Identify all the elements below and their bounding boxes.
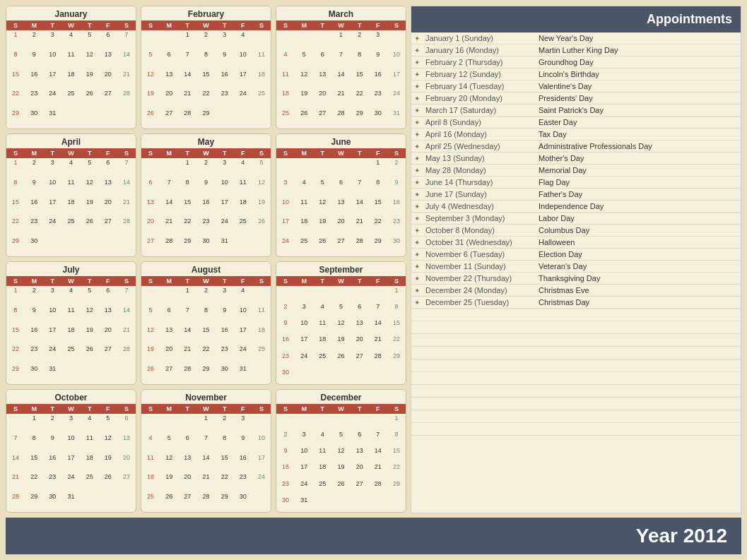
day-header-label: M	[160, 20, 178, 30]
day-cell: 8	[25, 434, 43, 453]
appointment-holiday: Christmas Day	[536, 297, 741, 309]
day-cell: 8	[387, 302, 406, 318]
day-cell: 27	[313, 109, 331, 129]
day-header-label: T	[81, 148, 99, 158]
day-cell: 29	[178, 237, 196, 256]
appointment-diamond: ✦	[411, 261, 423, 273]
day-cell: 3	[43, 158, 61, 178]
day-cell: 29	[6, 364, 25, 384]
appointment-diamond: ✦	[411, 213, 423, 225]
day-header-label: S	[6, 148, 25, 158]
calendar-month-march: MarchSMTWTFS1234567891011121314151617181…	[276, 6, 406, 129]
day-cell: 10	[61, 434, 80, 453]
day-cell: 28	[369, 352, 387, 368]
day-cell: 13	[99, 50, 117, 70]
appointment-row: ✦July 4 (Wednesday)Independence Day	[411, 201, 741, 213]
appointment-diamond: ✦	[411, 129, 423, 141]
calendar-month-november: NovemberSMTWTFS1234567891011121314151617…	[141, 389, 271, 513]
appointment-date: January 1 (Sunday)	[423, 32, 536, 44]
day-cell: 14	[160, 198, 178, 218]
day-cell: 25	[61, 217, 80, 237]
day-cell: 22	[196, 89, 215, 109]
day-cell: 13	[178, 453, 196, 473]
calendar-month-september: SeptemberSMTWTFS123456789101112131415161…	[276, 261, 406, 385]
day-cell: 19	[313, 217, 331, 237]
day-cell: 10	[234, 306, 252, 326]
day-cell: 27	[99, 345, 117, 364]
day-cell	[61, 109, 80, 129]
day-cell: 24	[234, 345, 252, 364]
day-header-label: T	[43, 276, 61, 286]
day-cell: 13	[99, 306, 117, 326]
day-cell: 19	[141, 89, 160, 109]
appointment-empty-row	[411, 359, 741, 372]
day-header-label: M	[25, 404, 43, 414]
day-header-label: T	[216, 20, 234, 30]
appointment-row: ✦February 14 (Tuesday)Valentine's Day	[411, 81, 741, 93]
day-header-label: W	[196, 404, 215, 414]
day-cell: 22	[6, 89, 25, 109]
appointment-date: July 4 (Wednesday)	[423, 201, 536, 213]
day-cell: 29	[196, 364, 215, 384]
appointment-row: ✦March 17 (Saturday)Saint Patrick's Day	[411, 105, 741, 117]
day-cell: 4	[61, 30, 80, 50]
day-cell: 30	[216, 364, 234, 384]
day-cell: 19	[252, 198, 271, 218]
day-header-label: M	[295, 404, 313, 414]
days-grid-june: 1234567891011121314151617181920212223242…	[276, 158, 406, 256]
day-cell: 7	[117, 286, 136, 306]
day-cell: 27	[160, 364, 178, 384]
day-header-label: T	[81, 276, 99, 286]
appointment-date: November 22 (Thursday)	[423, 273, 536, 285]
day-cell: 14	[178, 326, 196, 345]
day-cell: 15	[6, 326, 25, 345]
day-cell: 28	[331, 109, 350, 129]
day-header-label: S	[276, 148, 295, 158]
day-header-label: S	[117, 404, 136, 414]
day-cell: 20	[99, 198, 117, 218]
day-cell: 20	[331, 217, 350, 237]
day-cell: 13	[351, 446, 369, 463]
day-cell: 21	[351, 217, 369, 237]
appointment-row: ✦April 25 (Wednesday)Administrative Prof…	[411, 141, 741, 153]
day-cell: 25	[313, 352, 331, 368]
day-header-label: M	[160, 404, 178, 414]
day-cell: 3	[43, 30, 61, 50]
appointment-holiday: New Year's Day	[536, 32, 741, 44]
day-cell: 21	[117, 326, 136, 345]
day-cell: 6	[141, 178, 160, 198]
day-header-label: S	[117, 276, 136, 286]
appointment-empty-row	[411, 410, 741, 423]
day-cell: 13	[160, 326, 178, 345]
day-header-label: T	[313, 276, 331, 286]
day-header-label: T	[43, 148, 61, 158]
day-cell: 1	[6, 286, 25, 306]
day-header-label: T	[351, 276, 369, 286]
calendar-month-august: AugustSMTWTFS123456789101112131415161718…	[141, 261, 271, 385]
day-cell: 10	[216, 178, 234, 198]
days-grid-december: 1234567891011121314151617181920212223242…	[276, 414, 406, 512]
day-cell: 5	[81, 286, 99, 306]
day-cell	[141, 30, 160, 50]
month-title-march: March	[276, 6, 406, 20]
day-header-label: S	[117, 148, 136, 158]
day-cell: 29	[196, 109, 215, 129]
day-cell: 29	[369, 237, 387, 256]
day-cell: 14	[117, 306, 136, 326]
appointment-row: ✦November 22 (Thursday)Thanksgiving Day	[411, 273, 741, 285]
day-header-label: M	[160, 276, 178, 286]
day-cell: 15	[178, 198, 196, 218]
appointment-empty-row	[411, 398, 741, 410]
day-cell: 26	[141, 364, 160, 384]
appointment-diamond: ✦	[411, 189, 423, 201]
day-cell: 17	[234, 326, 252, 345]
day-cell: 30	[369, 109, 387, 129]
day-cell: 10	[276, 198, 295, 218]
day-header-label: F	[99, 148, 117, 158]
day-cell: 13	[141, 198, 160, 218]
day-cell	[313, 368, 331, 384]
day-cell: 2	[351, 30, 369, 50]
day-cell: 14	[178, 70, 196, 90]
day-header-label: F	[99, 404, 117, 414]
day-cell: 16	[276, 335, 295, 351]
